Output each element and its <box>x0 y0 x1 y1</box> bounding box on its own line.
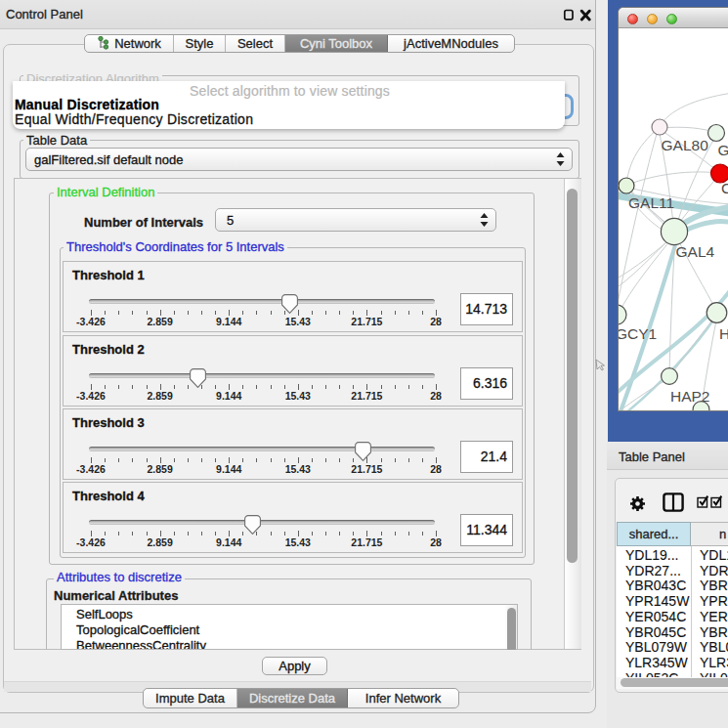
svg-text:HAP2: HAP2 <box>670 388 710 405</box>
svg-text:GCY1: GCY1 <box>619 325 657 342</box>
svg-text:H: H <box>719 325 728 342</box>
svg-text:GAL11: GAL11 <box>628 194 674 211</box>
svg-text:GAL80: GAL80 <box>662 137 709 153</box>
svg-text:C: C <box>721 180 728 196</box>
svg-text:G.: G. <box>718 142 728 158</box>
svg-text:GAL4: GAL4 <box>676 243 715 260</box>
